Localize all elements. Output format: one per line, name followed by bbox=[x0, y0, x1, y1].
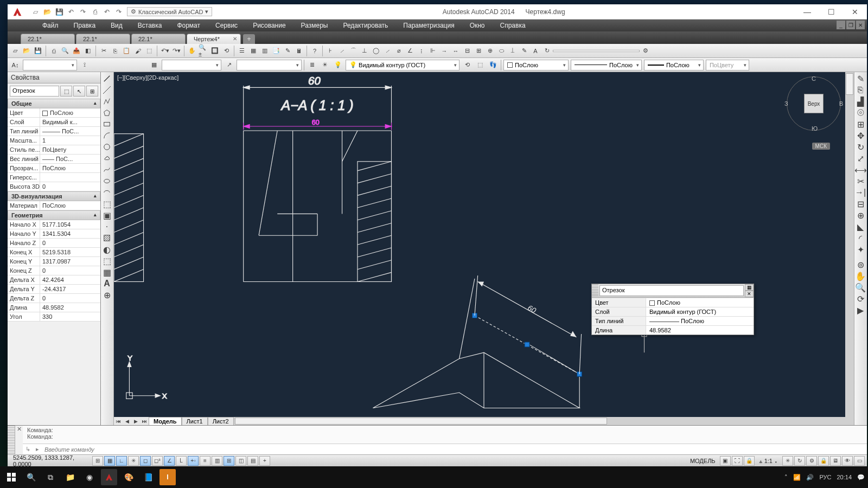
zoom-rt-icon[interactable]: 🔍± bbox=[198, 46, 209, 56]
layer-states-icon[interactable]: ☀ bbox=[320, 60, 330, 70]
property-value[interactable]: 0 bbox=[40, 294, 100, 303]
layout-tab[interactable]: Лист1 bbox=[182, 417, 208, 425]
rectangle-icon[interactable] bbox=[101, 119, 113, 130]
horizontal-scrollbar[interactable] bbox=[234, 417, 854, 425]
property-value[interactable]: ПоСлою bbox=[40, 201, 100, 210]
insert-icon[interactable]: ⬚ bbox=[101, 198, 113, 209]
lwt-icon[interactable]: ≡ bbox=[200, 456, 210, 466]
erase-icon[interactable]: ✎ bbox=[854, 73, 866, 84]
property-row[interactable]: Конец X5219.5318 bbox=[8, 248, 100, 257]
navbar-wheel-icon[interactable]: ⊚ bbox=[854, 259, 866, 270]
zoom-prev-icon[interactable]: ⟲ bbox=[221, 46, 232, 56]
zoom-win-icon[interactable]: 🔲 bbox=[209, 46, 220, 56]
menu-format[interactable]: Формат bbox=[169, 21, 208, 30]
dim-linear-icon[interactable]: ⊦ bbox=[325, 46, 336, 56]
stretch-icon[interactable]: ⟷ bbox=[854, 164, 866, 175]
hatch-icon[interactable] bbox=[101, 233, 113, 243]
qat-undo2-icon[interactable]: ↶ bbox=[102, 7, 112, 17]
property-row[interactable]: Масшта...1 bbox=[8, 136, 100, 145]
properties-selection[interactable]: Отрезок bbox=[10, 86, 59, 97]
qp-value[interactable]: ————— ПоСлою bbox=[646, 317, 754, 325]
qat-redo-icon[interactable]: ↷ bbox=[78, 7, 88, 17]
menu-view[interactable]: Вид bbox=[103, 21, 130, 30]
annoauto-icon[interactable]: ↻ bbox=[794, 456, 805, 466]
menu-edit[interactable]: Правка bbox=[66, 21, 104, 30]
layout-quick-icon[interactable]: ▣ bbox=[720, 456, 731, 466]
designcenter-icon[interactable]: ▦ bbox=[248, 46, 259, 56]
xline-icon[interactable] bbox=[101, 85, 113, 95]
property-value[interactable]: ——— ПоС... bbox=[40, 127, 100, 136]
mirror-icon[interactable]: ▟ bbox=[854, 96, 866, 107]
3dosnap-icon[interactable]: ◻³ bbox=[152, 456, 163, 466]
paint-icon[interactable]: 🎨 bbox=[120, 469, 137, 485]
qat-new-icon[interactable]: ▱ bbox=[30, 7, 40, 17]
property-row[interactable]: Дельта Y-24.4317 bbox=[8, 285, 100, 294]
3ddwf-icon[interactable]: ◧ bbox=[82, 46, 93, 56]
markup-icon[interactable]: ✎ bbox=[282, 46, 293, 56]
property-row[interactable]: Угол330 bbox=[8, 312, 100, 322]
property-row[interactable]: Длина48.9582 bbox=[8, 303, 100, 312]
dimstyle-icon[interactable]: ⚙ bbox=[640, 46, 651, 56]
tray-network-icon[interactable]: 📶 bbox=[793, 474, 801, 481]
qp-row[interactable]: СлойВидимый контур (ГОСТ) bbox=[592, 307, 754, 316]
wcs-label[interactable]: МСК bbox=[812, 143, 830, 150]
doc-minimize-button[interactable]: _ bbox=[837, 21, 845, 29]
plotstyle-combo[interactable]: ПоЦвету bbox=[706, 60, 749, 70]
annoscale-icon[interactable]: 🔒 bbox=[744, 456, 755, 466]
paste-icon[interactable]: 📋 bbox=[121, 46, 132, 56]
autocad-taskbar-icon[interactable] bbox=[101, 469, 117, 485]
region-icon[interactable]: ⬚ bbox=[101, 255, 113, 266]
inventor-icon[interactable]: I bbox=[159, 469, 176, 485]
menu-tools[interactable]: Сервис bbox=[208, 21, 245, 30]
property-row[interactable]: ЦветПоСлою bbox=[8, 108, 100, 118]
word-icon[interactable]: 📘 bbox=[140, 469, 156, 485]
sheetset-icon[interactable]: 📑 bbox=[271, 46, 282, 56]
viewcube-n[interactable]: С bbox=[812, 75, 816, 82]
navbar-zoom-icon[interactable]: 🔍 bbox=[854, 282, 866, 293]
menu-window[interactable]: Окно bbox=[462, 21, 493, 30]
command-input[interactable] bbox=[42, 445, 867, 454]
property-value[interactable] bbox=[40, 173, 100, 182]
match-icon[interactable]: 🖌 bbox=[132, 46, 143, 56]
layout-tab[interactable]: Лист2 bbox=[208, 417, 234, 425]
workspace-selector[interactable]: ⚙ Классический AutoCAD ▾ bbox=[127, 7, 212, 16]
qat-redo2-icon[interactable]: ↷ bbox=[114, 7, 124, 17]
dim-break-icon[interactable]: ⊟ bbox=[462, 46, 473, 56]
annovis-icon[interactable]: ✳ bbox=[782, 456, 793, 466]
property-value[interactable]: ПоЦвету bbox=[40, 145, 100, 154]
dimstyle-combo[interactable] bbox=[553, 50, 640, 52]
dim-diameter-icon[interactable]: ⌀ bbox=[393, 46, 404, 56]
quickselect-icon[interactable]: ⬚ bbox=[60, 86, 72, 97]
array-icon[interactable]: ⊞ bbox=[854, 119, 866, 130]
property-value[interactable]: 1317.0987 bbox=[40, 257, 100, 266]
dim-tedit-icon[interactable]: A bbox=[530, 46, 541, 56]
am-icon[interactable]: ▤ bbox=[247, 456, 258, 466]
layer-iso-icon[interactable]: ⬚ bbox=[475, 60, 486, 70]
fillet-icon[interactable]: ◜ bbox=[854, 233, 866, 243]
toolbar-lock-icon[interactable]: 🔒 bbox=[818, 456, 829, 466]
file-tab[interactable]: 22.1* bbox=[21, 34, 75, 44]
tray-lang[interactable]: РУС bbox=[819, 474, 831, 480]
cut-icon[interactable]: ✂ bbox=[98, 46, 109, 56]
menu-dimension[interactable]: Размеры bbox=[293, 21, 336, 30]
property-value[interactable]: Видимый к... bbox=[40, 118, 100, 126]
revcloud-icon[interactable] bbox=[101, 153, 113, 164]
property-value[interactable]: 1 bbox=[40, 136, 100, 145]
ellipse-icon[interactable] bbox=[101, 176, 113, 187]
vertical-scrollbar[interactable] bbox=[845, 72, 854, 418]
qat-print-icon[interactable]: ⎙ bbox=[90, 7, 100, 17]
property-value[interactable]: 5219.5318 bbox=[40, 248, 100, 256]
coords-readout[interactable]: 5245.2509, 1333.1287, 0.0000 bbox=[10, 454, 91, 467]
dimstyle2-icon[interactable]: ⟟ bbox=[79, 60, 90, 70]
dim-radius-icon[interactable]: ◯ bbox=[371, 46, 381, 56]
property-value[interactable]: ПоСлою bbox=[40, 164, 100, 172]
qp-icon[interactable]: ⊞ bbox=[224, 456, 234, 466]
property-row[interactable]: Дельта Z0 bbox=[8, 294, 100, 303]
new-tab-button[interactable]: + bbox=[243, 34, 255, 44]
chrome-icon[interactable]: ◉ bbox=[81, 469, 98, 485]
start-button[interactable] bbox=[3, 469, 20, 485]
dim-space-icon[interactable]: ↔ bbox=[450, 46, 461, 56]
maximize-button[interactable]: ☐ bbox=[819, 4, 843, 20]
hardware-icon[interactable]: 🖥 bbox=[830, 456, 841, 466]
jogged-linear-icon[interactable]: ⟘ bbox=[507, 46, 518, 56]
